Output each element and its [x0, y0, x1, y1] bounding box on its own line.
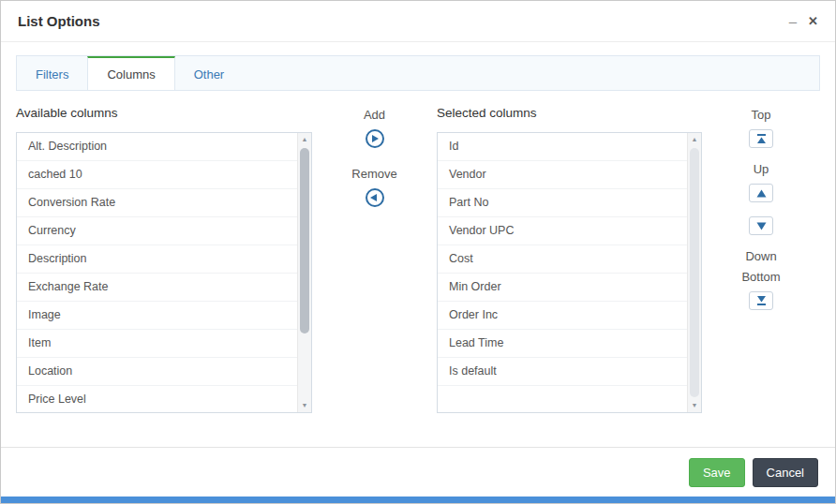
tab-other[interactable]: Other	[175, 56, 244, 90]
available-columns-label: Available columns	[16, 106, 312, 120]
add-button[interactable]	[366, 129, 384, 148]
down-label: Down	[745, 249, 776, 263]
columns-area: Available columns Alt. Descriptioncached…	[16, 106, 820, 413]
remove-button[interactable]	[366, 188, 384, 207]
list-item[interactable]: Min Order	[438, 274, 687, 302]
tab-filters[interactable]: Filters	[17, 56, 87, 90]
remove-label: Remove	[351, 167, 396, 181]
list-item[interactable]: Lead Time	[438, 330, 687, 358]
available-scrollbar[interactable]: ▲ ▼	[297, 133, 311, 412]
tab-bar: Filters Columns Other	[16, 55, 820, 91]
move-down-button[interactable]	[749, 216, 773, 235]
list-item[interactable]: Vendor UPC	[438, 217, 687, 245]
scrollbar-thumb[interactable]	[690, 148, 699, 397]
available-rows: Alt. Descriptioncached 10Conversion Rate…	[17, 133, 297, 413]
move-top-button[interactable]	[749, 129, 773, 148]
available-columns-section: Available columns Alt. Descriptioncached…	[16, 106, 312, 413]
move-bottom-button[interactable]	[749, 291, 773, 310]
list-item[interactable]: Item	[17, 330, 297, 358]
selected-scrollbar[interactable]: ▲ ▼	[687, 133, 701, 412]
selected-columns-label: Selected columns	[437, 106, 702, 120]
selected-columns-section: Selected columns IdVendorPart NoVendor U…	[437, 106, 702, 413]
list-item[interactable]: Image	[17, 302, 297, 330]
right-arrow-icon	[372, 135, 379, 142]
list-item[interactable]: Alt. Description	[17, 133, 297, 161]
arrow-to-bottom-icon	[756, 296, 767, 305]
dialog-title: List Options	[18, 13, 100, 29]
selected-rows: IdVendorPart NoVendor UPCCostMin OrderOr…	[438, 133, 687, 386]
scroll-up-icon[interactable]: ▲	[302, 136, 308, 143]
window-controls: – ✕	[789, 14, 818, 28]
add-label: Add	[364, 108, 385, 122]
reorder-controls: Top Up Down	[702, 106, 820, 413]
list-item[interactable]: Currency	[17, 217, 297, 245]
dialog-body: Filters Columns Other Available columns …	[1, 42, 835, 447]
list-item[interactable]: cached 10	[17, 161, 297, 189]
list-item[interactable]: Exchange Rate	[17, 274, 297, 302]
list-item[interactable]: Location	[17, 358, 297, 386]
minimize-icon[interactable]: –	[789, 14, 797, 28]
save-button[interactable]: Save	[689, 458, 745, 487]
selected-columns-list[interactable]: IdVendorPart NoVendor UPCCostMin OrderOr…	[437, 132, 702, 413]
list-item[interactable]: Vendor	[438, 161, 687, 189]
transfer-controls: Add Remove	[312, 106, 437, 413]
tab-columns[interactable]: Columns	[87, 56, 174, 90]
scroll-down-icon[interactable]: ▼	[302, 402, 308, 409]
list-options-dialog: List Options – ✕ Filters Columns Other A…	[0, 0, 836, 504]
bottom-accent-strip	[1, 497, 835, 503]
bottom-label: Bottom	[741, 270, 780, 284]
cancel-button[interactable]: Cancel	[753, 458, 818, 487]
list-item[interactable]: Order Inc	[438, 302, 687, 330]
dialog-header: List Options – ✕	[1, 1, 835, 42]
list-item[interactable]: Price Level	[17, 386, 297, 413]
arrow-to-top-icon	[756, 134, 767, 143]
list-item[interactable]: Conversion Rate	[17, 189, 297, 217]
close-icon[interactable]: ✕	[808, 15, 818, 27]
left-arrow-icon	[370, 194, 377, 201]
available-columns-list[interactable]: Alt. Descriptioncached 10Conversion Rate…	[16, 132, 312, 413]
arrow-down-icon	[756, 222, 767, 230]
dialog-footer: Save Cancel	[1, 447, 835, 497]
list-item[interactable]: Cost	[438, 245, 687, 274]
up-label: Up	[754, 162, 769, 176]
list-item[interactable]: Is default	[438, 358, 687, 386]
scroll-up-icon[interactable]: ▲	[692, 136, 698, 143]
top-label: Top	[752, 108, 771, 122]
scrollbar-thumb[interactable]	[300, 148, 309, 334]
scroll-down-icon[interactable]: ▼	[692, 402, 698, 409]
move-up-button[interactable]	[749, 184, 773, 202]
list-item[interactable]: Part No	[438, 189, 687, 217]
list-item[interactable]: Description	[17, 245, 297, 274]
list-item[interactable]: Id	[438, 133, 687, 161]
arrow-up-icon	[756, 189, 767, 198]
